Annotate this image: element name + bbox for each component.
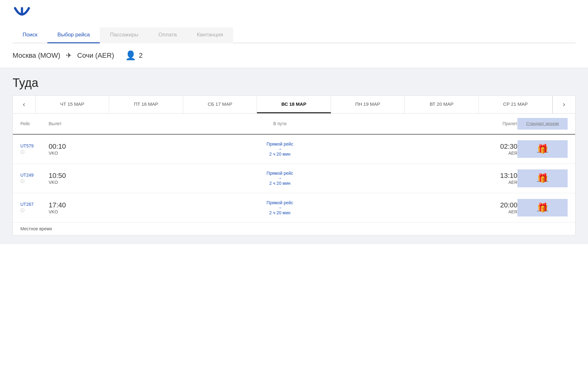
duration-arrow-ut579: →	[80, 147, 480, 152]
table-header: Рейс Вылет В пути Прилет Стандарт эконом	[13, 114, 575, 135]
depart-time-ut249: 10:50	[49, 172, 80, 180]
price-cell-ut249[interactable]: 🎁	[517, 169, 568, 187]
flight-number-ut579[interactable]: UT579	[20, 143, 49, 148]
route-arrow-icon: ✈	[66, 51, 72, 60]
depart-airport-ut267: VKO	[49, 209, 80, 214]
price-cell-ut267[interactable]: 🎁	[517, 199, 568, 216]
header-flight: Рейс	[20, 121, 49, 126]
nav-tabs: Поиск Выбор рейса Пассажиры Оплата Квита…	[13, 27, 575, 43]
flight-row: UT579 ⓘ 00:10 VKO Прямой рейс → 2 ч 20 м…	[13, 135, 575, 164]
duration-arrow-ut249: →	[80, 176, 480, 181]
depart-airport-ut249: VKO	[49, 180, 80, 185]
arrive-time-ut249: 13:10	[480, 172, 517, 180]
arrive-airport-ut249: AER	[480, 180, 517, 185]
info-icon-ut267[interactable]: ⓘ	[20, 208, 49, 213]
gift-icon-ut579[interactable]: 🎁	[537, 144, 548, 154]
header-depart: Вылет	[49, 121, 80, 126]
flight-info-ut267: UT267 ⓘ	[20, 202, 49, 213]
date-tue20[interactable]: ВТ 20 МАР	[405, 96, 478, 113]
arrive-info-ut579: 02:30 AER	[480, 142, 517, 156]
section-title: Туда	[13, 76, 575, 90]
flight-row: UT249 ⓘ 10:50 VKO Прямой рейс → 2 ч 20 м…	[13, 164, 575, 193]
flight-number-ut267[interactable]: UT267	[20, 202, 49, 207]
duration-arrow-ut267: →	[80, 205, 480, 210]
destination-label: Сочи (AER)	[77, 51, 114, 60]
arrive-info-ut267: 20:00 AER	[480, 201, 517, 214]
arrive-airport-ut579: AER	[480, 151, 517, 156]
tab-passengers: Пассажиры	[100, 27, 148, 43]
origin-label: Москва (MOW)	[13, 51, 60, 60]
date-sat17[interactable]: СБ 17 МАР	[183, 96, 257, 113]
depart-time-ut579: 00:10	[49, 142, 80, 151]
header: Поиск Выбор рейса Пассажиры Оплата Квита…	[0, 0, 588, 43]
flight-row: UT267 ⓘ 17:40 VKO Прямой рейс → 2 ч 20 м…	[13, 193, 575, 222]
date-wed21[interactable]: СР 21 МАР	[479, 96, 553, 113]
depart-airport-ut579: VKO	[49, 151, 80, 156]
info-icon-ut249[interactable]: ⓘ	[20, 179, 49, 184]
flights-table: Рейс Вылет В пути Прилет Стандарт эконом…	[13, 114, 575, 235]
duration-info-ut267: Прямой рейс → 2 ч 20 мин	[80, 200, 480, 215]
logo	[13, 6, 31, 23]
depart-info-ut249: 10:50 VKO	[49, 172, 80, 185]
date-navigation: ‹ ЧТ 15 МАР ПТ 16 МАР СБ 17 МАР ВС 18 МА…	[13, 95, 575, 114]
duration-info-ut249: Прямой рейс → 2 ч 20 мин	[80, 171, 480, 186]
date-thu15[interactable]: ЧТ 15 МАР	[35, 96, 109, 113]
arrive-airport-ut267: AER	[480, 209, 517, 214]
person-icon: 👤	[125, 50, 136, 61]
duration-info-ut579: Прямой рейс → 2 ч 20 мин	[80, 142, 480, 157]
date-fri16[interactable]: ПТ 16 МАР	[109, 96, 183, 113]
next-date-button[interactable]: ›	[553, 96, 575, 113]
tab-receipt: Квитанция	[187, 27, 233, 43]
local-time-note: Местное время	[13, 222, 575, 235]
duration-time-ut267: 2 ч 20 мин	[80, 210, 480, 215]
duration-time-ut249: 2 ч 20 мин	[80, 181, 480, 186]
date-mon19[interactable]: ПН 19 МАР	[331, 96, 405, 113]
direct-label-ut249: Прямой рейс	[80, 171, 480, 176]
tab-payment: Оплата	[148, 27, 187, 43]
depart-info-ut267: 17:40 VKO	[49, 201, 80, 214]
direct-label-ut579: Прямой рейс	[80, 142, 480, 147]
flight-info-ut579: UT579 ⓘ	[20, 143, 49, 155]
prev-date-button[interactable]: ‹	[13, 96, 35, 113]
arrive-time-ut267: 20:00	[480, 201, 517, 209]
flight-info-ut249: UT249 ⓘ	[20, 173, 49, 184]
tab-select-flight[interactable]: Выбор рейса	[47, 27, 100, 43]
main-content: Туда ‹ ЧТ 15 МАР ПТ 16 МАР СБ 17 МАР ВС …	[0, 67, 588, 244]
gift-icon-ut249[interactable]: 🎁	[537, 173, 548, 183]
passengers-count: 2	[139, 51, 142, 60]
price-cell-ut579[interactable]: 🎁	[517, 140, 568, 158]
arrive-info-ut249: 13:10 AER	[480, 172, 517, 185]
tab-search[interactable]: Поиск	[13, 27, 47, 43]
depart-time-ut267: 17:40	[49, 201, 80, 209]
flight-number-ut249[interactable]: UT249	[20, 173, 49, 178]
header-arrive: Прилет	[480, 121, 517, 126]
gift-icon-ut267[interactable]: 🎁	[537, 203, 548, 212]
date-sun18[interactable]: ВС 18 МАР	[257, 96, 331, 113]
depart-info-ut579: 00:10 VKO	[49, 142, 80, 156]
duration-time-ut579: 2 ч 20 мин	[80, 152, 480, 157]
arrive-time-ut579: 02:30	[480, 142, 517, 151]
info-icon-ut579[interactable]: ⓘ	[20, 149, 49, 155]
direct-label-ut267: Прямой рейс	[80, 200, 480, 205]
passengers-info: 👤 2	[125, 50, 142, 61]
header-price: Стандарт эконом	[517, 118, 568, 130]
header-duration: В пути	[80, 121, 480, 126]
route-bar: Москва (MOW) ✈ Сочи (AER) 👤 2	[0, 43, 588, 67]
